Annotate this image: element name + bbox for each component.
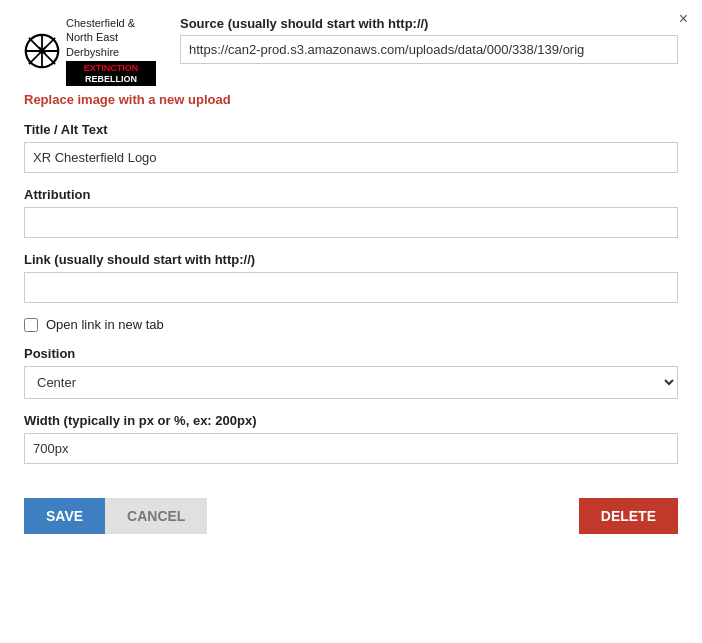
open-new-tab-label: Open link in new tab <box>46 317 164 332</box>
width-label: Width (typically in px or %, ex: 200px) <box>24 413 678 428</box>
footer-buttons: SAVE CANCEL DELETE <box>24 498 678 534</box>
title-label: Title / Alt Text <box>24 122 678 137</box>
logo-area: ✕ Chesterfield &North East Derbyshire ex… <box>24 16 156 86</box>
attribution-field-group: Attribution <box>24 187 678 238</box>
svg-text:✕: ✕ <box>37 44 47 57</box>
link-input[interactable] <box>24 272 678 303</box>
title-input[interactable] <box>24 142 678 173</box>
er-top-text: extinction <box>84 63 139 74</box>
close-button[interactable]: × <box>679 10 688 28</box>
image-edit-modal: × ✕ Chesterfield &North East Derbyshire … <box>0 0 702 643</box>
open-new-tab-row: Open link in new tab <box>24 317 678 332</box>
position-field-group: Position Left Center Right <box>24 346 678 399</box>
link-label: Link (usually should start with http://) <box>24 252 678 267</box>
source-input[interactable] <box>180 35 678 64</box>
source-label: Source (usually should start with http:/… <box>180 16 678 31</box>
xr-logo-icon: ✕ <box>24 33 60 69</box>
source-section: Source (usually should start with http:/… <box>156 16 678 64</box>
width-input[interactable] <box>24 433 678 464</box>
er-badge: extinction rebellion <box>66 61 156 87</box>
title-field-group: Title / Alt Text <box>24 122 678 173</box>
open-new-tab-checkbox[interactable] <box>24 318 38 332</box>
attribution-input[interactable] <box>24 207 678 238</box>
cancel-button[interactable]: CANCEL <box>105 498 207 534</box>
delete-button[interactable]: DELETE <box>579 498 678 534</box>
position-select[interactable]: Left Center Right <box>24 366 678 399</box>
replace-image-link[interactable]: Replace image with a new upload <box>24 92 231 107</box>
er-bottom-text: rebellion <box>85 74 137 85</box>
position-label: Position <box>24 346 678 361</box>
save-button[interactable]: SAVE <box>24 498 105 534</box>
attribution-label: Attribution <box>24 187 678 202</box>
width-field-group: Width (typically in px or %, ex: 200px) <box>24 413 678 464</box>
org-name-text: Chesterfield &North East Derbyshire <box>66 16 156 59</box>
link-field-group: Link (usually should start with http://) <box>24 252 678 303</box>
